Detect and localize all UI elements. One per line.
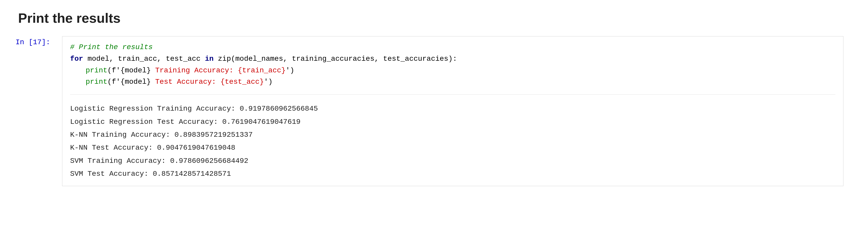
section-heading: Print the results bbox=[16, 10, 843, 26]
output-line: K-NN Training Accuracy: 0.89839572192513… bbox=[70, 129, 835, 141]
code-line-print1: print(f'{model} Training Accuracy: {trai… bbox=[86, 65, 835, 76]
code-line-print2: print(f'{model} Test Accuracy: {test_acc… bbox=[86, 76, 835, 88]
code-fstring-before2: (f'{model} bbox=[107, 78, 155, 86]
code-string-end1: ') bbox=[286, 66, 294, 74]
code-fstring-before1: (f'{model} bbox=[107, 66, 155, 74]
output-line: SVM Test Accuracy: 0.8571428571428571 bbox=[70, 168, 835, 180]
code-comment-text: # Print the results bbox=[70, 43, 153, 51]
code-vars: model, train_acc, test_acc bbox=[83, 55, 205, 63]
code-zip: zip(model_names, training_accuracies, te… bbox=[214, 55, 457, 63]
code-string-end2: ') bbox=[264, 78, 273, 86]
code-block: # Print the results for model, train_acc… bbox=[70, 42, 835, 95]
output-line: K-NN Test Accuracy: 0.9047619047619048 bbox=[70, 141, 835, 154]
keyword-in: in bbox=[205, 55, 214, 63]
output-line: SVM Training Accuracy: 0.978609625668449… bbox=[70, 154, 835, 168]
cell-content: # Print the results for model, train_acc… bbox=[62, 36, 843, 186]
code-cell: In [17]: # Print the results for model, … bbox=[16, 36, 843, 186]
code-line-comment: # Print the results bbox=[70, 42, 835, 53]
builtin-print1: print bbox=[86, 66, 107, 74]
cell-label: In [17]: bbox=[16, 36, 62, 46]
notebook-container: Print the results In [17]: # Print the r… bbox=[16, 10, 843, 186]
output-line: Logistic Regression Training Accuracy: 0… bbox=[70, 102, 835, 115]
keyword-for: for bbox=[70, 55, 83, 63]
builtin-print2: print bbox=[86, 78, 107, 86]
output-line: Logistic Regression Test Accuracy: 0.761… bbox=[70, 115, 835, 129]
code-red-text1: Training Accuracy: {train_acc} bbox=[155, 66, 286, 74]
output-block: Logistic Regression Training Accuracy: 0… bbox=[70, 102, 835, 180]
code-line-for: for model, train_acc, test_acc in zip(mo… bbox=[70, 53, 835, 65]
code-red-text2: Test Accuracy: {test_acc} bbox=[155, 78, 264, 86]
